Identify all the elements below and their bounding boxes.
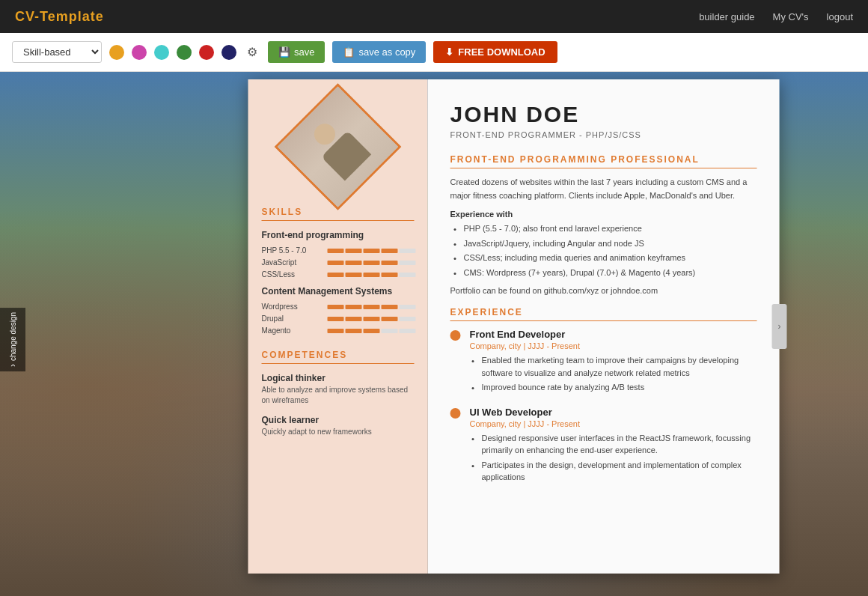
competence-quick-learner: Quick learner Quickly adapt to new frame… xyxy=(262,415,415,437)
save-copy-button[interactable]: 📋 save as copy xyxy=(332,41,426,63)
competence-desc-2: Quickly adapt to new frameworks xyxy=(262,427,415,437)
bar-2 xyxy=(346,305,362,309)
list-item: JavaScript/Jquery, including Angular and… xyxy=(464,237,757,250)
cv-name: JOHN DOE xyxy=(450,102,757,127)
bar-5 xyxy=(400,305,416,309)
nav-links: builder guide My CV's logout xyxy=(699,11,853,22)
save-copy-label: save as copy xyxy=(358,46,415,58)
bar-2 xyxy=(346,317,362,321)
download-icon: ⬇ xyxy=(445,46,453,58)
competence-title-2: Quick learner xyxy=(262,415,415,425)
bar-4 xyxy=(382,261,398,265)
bar-4 xyxy=(382,249,398,253)
cv-summary-text: Created dozens of websites within the la… xyxy=(450,176,757,202)
bar-5 xyxy=(400,317,416,321)
settings-button[interactable]: ⚙ xyxy=(244,43,260,61)
bar-1 xyxy=(328,249,344,253)
logo-suffix: Template xyxy=(40,9,104,24)
cv-document: SKILLS Front-end programming PHP 5.5 - 7… xyxy=(248,79,780,574)
competence-title-1: Logical thinker xyxy=(262,373,415,383)
skills-category-cms: Content Management Systems xyxy=(262,286,415,297)
copy-icon: 📋 xyxy=(343,46,355,58)
list-item: Enabled the marketing team to improve th… xyxy=(482,354,757,379)
cv-job-title: FRONT-END PROGRAMMER - PHP/JS/CSS xyxy=(450,130,757,139)
logo-prefix: CV xyxy=(15,9,34,24)
skill-magento: Magento xyxy=(262,326,415,335)
color-orange[interactable] xyxy=(109,45,124,60)
chevron-right-icon: › xyxy=(778,321,781,332)
change-design-label: change design xyxy=(9,312,17,361)
main-area: › change design SKILLS Front- xyxy=(0,72,868,596)
bar-5 xyxy=(400,273,416,277)
bar-4 xyxy=(382,305,398,309)
bar-1 xyxy=(328,261,344,265)
color-green[interactable] xyxy=(177,45,192,60)
bar-3 xyxy=(364,317,380,321)
bar-3 xyxy=(364,305,380,309)
job-entry-1: Front End Developer Company, city | JJJJ… xyxy=(450,329,757,396)
list-item: Designed responsive user interfaces in t… xyxy=(482,432,757,457)
experience-heading: EXPERIENCE xyxy=(450,307,757,321)
bar-2 xyxy=(346,261,362,265)
scroll-handle[interactable]: › xyxy=(772,304,787,349)
skill-css-label: CSS/Less xyxy=(262,270,322,279)
exp-dot-1 xyxy=(450,330,461,341)
skill-js-label: JavaScript xyxy=(262,258,322,267)
skill-wordpress: Wordpress xyxy=(262,302,415,311)
skill-drupal-bars xyxy=(328,317,416,321)
job-title-1: Front End Developer xyxy=(470,329,757,340)
logo: CV-Template xyxy=(15,9,104,25)
color-red[interactable] xyxy=(199,45,214,60)
save-button[interactable]: 💾 save xyxy=(268,41,325,63)
logo-separator: - xyxy=(34,9,40,24)
experience-with-label: Experience with xyxy=(450,210,757,219)
nav-builder-guide[interactable]: builder guide xyxy=(699,11,754,22)
color-teal[interactable] xyxy=(154,45,169,60)
job-title-2: UI Web Developer xyxy=(470,407,757,418)
bar-2 xyxy=(346,273,362,277)
change-design-tab[interactable]: › change design xyxy=(0,308,25,371)
job-bullets-2: Designed responsive user interfaces in t… xyxy=(470,432,757,484)
job-content-1: Front End Developer Company, city | JJJJ… xyxy=(470,329,757,396)
skill-css-bars xyxy=(328,273,416,277)
download-label: FREE DOWNLOAD xyxy=(458,46,545,58)
toolbar: Skill-based Classic Modern Creative ⚙ 💾 … xyxy=(0,33,868,72)
bar-2 xyxy=(346,249,362,253)
skills-category-frontend: Front-end programming xyxy=(262,230,415,240)
portfolio-link: Portfolio can be found on github.com/xyz… xyxy=(450,286,757,295)
exp-dot-2 xyxy=(450,408,461,419)
job-entry-2: UI Web Developer Company, city | JJJJ - … xyxy=(450,407,757,486)
nav-bar: CV-Template builder guide My CV's logout xyxy=(0,0,868,33)
bar-4 xyxy=(382,329,398,333)
skill-php-label: PHP 5.5 - 7.0 xyxy=(262,246,322,255)
skill-magento-label: Magento xyxy=(262,326,322,335)
bar-3 xyxy=(364,261,380,265)
template-select[interactable]: Skill-based Classic Modern Creative xyxy=(12,41,102,63)
download-button[interactable]: ⬇ FREE DOWNLOAD xyxy=(433,41,557,63)
list-item: CMS: Wordpress (7+ years), Drupal (7.0+)… xyxy=(464,267,757,279)
skill-drupal-label: Drupal xyxy=(262,314,322,323)
bar-2 xyxy=(346,329,362,333)
bar-1 xyxy=(328,329,344,333)
nav-my-cvs[interactable]: My CV's xyxy=(773,11,809,22)
bar-5 xyxy=(400,249,416,253)
cv-left-panel: SKILLS Front-end programming PHP 5.5 - 7… xyxy=(248,79,428,574)
list-item: CSS/Less; including media queries and an… xyxy=(464,252,757,264)
job-content-2: UI Web Developer Company, city | JJJJ - … xyxy=(470,407,757,486)
skill-php-bars xyxy=(328,249,416,253)
color-dark-blue[interactable] xyxy=(221,45,236,60)
save-label: save xyxy=(294,46,314,58)
nav-logout[interactable]: logout xyxy=(827,11,853,22)
skill-css: CSS/Less xyxy=(262,270,415,279)
color-pink[interactable] xyxy=(132,45,147,60)
bar-5 xyxy=(400,261,416,265)
profile-photo-diamond xyxy=(275,83,402,210)
chevron-right-icon: › xyxy=(7,364,18,367)
experience-with-list: PHP (5.5 - 7.0); also front end laravel … xyxy=(450,222,757,279)
bar-4 xyxy=(382,317,398,321)
bar-3 xyxy=(364,273,380,277)
bar-3 xyxy=(364,329,380,333)
skill-wordpress-label: Wordpress xyxy=(262,302,322,311)
bar-5 xyxy=(400,329,416,333)
bar-1 xyxy=(328,317,344,321)
